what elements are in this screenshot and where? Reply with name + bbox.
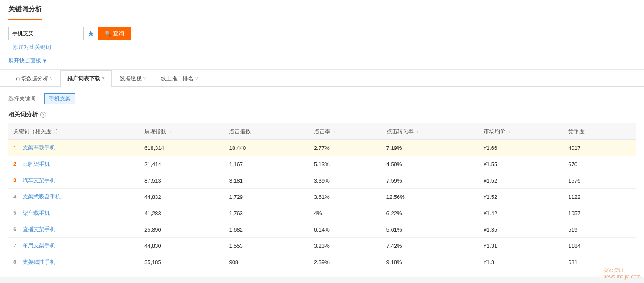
page-header: 关键词分析 — [0, 0, 644, 20]
cell-competition: 1184 — [563, 238, 636, 254]
col-header-price: 市场均价 ↓ — [479, 123, 563, 140]
cell-cvr: 6.22% — [381, 205, 479, 221]
table-header-row: 关键词（相关度↓） 展现指数 ↑ 点击指数 ↑ 点击率 ↑ 点击转化率 ↑ — [8, 123, 636, 140]
tab-promo-help-icon[interactable]: ? — [102, 76, 105, 81]
keyword-tag[interactable]: 手机支架 — [44, 93, 75, 104]
cell-ctr: 3.39% — [309, 172, 381, 189]
cell-cvr: 4.59% — [381, 156, 479, 172]
expand-panel-button[interactable]: 展开快捷面板 ▼ — [8, 57, 47, 64]
rank-number: 4 — [13, 193, 16, 200]
table-row: 5 架车载手机 41,283 1,763 4% 6.22% ¥1.42 1057 — [8, 205, 636, 221]
cell-cvr: 5.61% — [381, 221, 479, 238]
search-input[interactable] — [8, 27, 84, 40]
tab-data-help-icon[interactable]: ? — [143, 76, 146, 81]
cell-ctr: 4% — [309, 205, 381, 221]
col-header-click: 点击指数 ↑ — [224, 123, 309, 140]
keyword-link[interactable]: 支架式吸盘手机 — [23, 193, 61, 200]
chevron-down-icon: ▼ — [42, 58, 47, 64]
search-button-label: 查询 — [113, 30, 124, 37]
tabs-bar: 市场数据分析 ? 推广词表下载 ? 数据透视 ? 线上推广排名 ? — [0, 70, 644, 87]
section-title: 相关词分析 ? — [8, 111, 636, 118]
keyword-selector-label: 选择关键词： — [8, 95, 41, 103]
search-area: ★ 🔍 查询 + 添加对比关键词 展开快捷面板 ▼ — [0, 20, 644, 70]
rank-number: 3 — [13, 177, 16, 183]
keyword-link[interactable]: 支架车载手机 — [23, 144, 55, 151]
col-header-keyword: 关键词（相关度↓） — [8, 123, 139, 140]
table-row: 4 支架式吸盘手机 44,832 1,729 3.61% 12.56% ¥1.5… — [8, 189, 636, 205]
cell-impression: 87,513 — [139, 172, 224, 189]
cell-price: ¥1.3 — [479, 254, 563, 270]
cell-cvr: 7.42% — [381, 238, 479, 254]
cell-cvr: 9.18% — [381, 254, 479, 270]
tab-promo[interactable]: 推广词表下载 ? — [60, 70, 112, 87]
cell-cvr: 12.56% — [381, 189, 479, 205]
favorite-button[interactable]: ★ — [87, 28, 95, 39]
table-row: 7 车用支架手机 44,830 1,553 3.23% 7.42% ¥1.31 … — [8, 238, 636, 254]
search-button[interactable]: 🔍 查询 — [98, 27, 131, 40]
cell-competition: 1057 — [563, 205, 636, 221]
page-wrapper: 关键词分析 ★ 🔍 查询 + 添加对比关键词 展开快捷面板 ▼ 市场数据分析 ? — [0, 0, 644, 283]
cell-click: 1,167 — [224, 156, 309, 172]
cell-cvr: 7.19% — [381, 140, 479, 156]
watermark: 卖家资讯news.maijia.com — [603, 267, 641, 280]
page-title: 关键词分析 — [8, 5, 42, 20]
cell-price: ¥1.35 — [479, 221, 563, 238]
tab-rank[interactable]: 线上推广排名 ? — [154, 70, 205, 87]
cell-price: ¥1.66 — [479, 140, 563, 156]
sort-click-icon[interactable]: ↑ — [254, 129, 256, 134]
col-header-competition: 竞争度 ↑ — [563, 123, 636, 140]
cell-impression: 21,414 — [139, 156, 224, 172]
tab-data[interactable]: 数据透视 ? — [113, 70, 153, 87]
sort-price-icon[interactable]: ↓ — [508, 129, 510, 134]
tab-data-label: 数据透视 — [120, 75, 142, 82]
keyword-link[interactable]: 三脚架手机 — [23, 161, 50, 167]
cell-competition: 670 — [563, 156, 636, 172]
search-icon: 🔍 — [105, 31, 111, 37]
cell-impression: 35,185 — [139, 254, 224, 270]
sort-cvr-icon[interactable]: ↑ — [417, 129, 419, 134]
cell-competition: 1122 — [563, 189, 636, 205]
cell-impression: 44,830 — [139, 238, 224, 254]
cell-price: ¥1.42 — [479, 205, 563, 221]
cell-click: 1,729 — [224, 189, 309, 205]
rank-number: 1 — [13, 144, 16, 151]
cell-ctr: 3.61% — [309, 189, 381, 205]
tab-promo-label: 推广词表下载 — [67, 75, 100, 82]
sort-ctr-icon[interactable]: ↑ — [333, 129, 335, 134]
keyword-link[interactable]: 支架磁性手机 — [23, 259, 55, 265]
keyword-link[interactable]: 车用支架手机 — [23, 242, 55, 249]
expand-panel-label: 展开快捷面板 — [8, 57, 41, 64]
table-row: 2 三脚架手机 21,414 1,167 5.13% 4.59% ¥1.55 6… — [8, 156, 636, 172]
tab-rank-help-icon[interactable]: ? — [195, 76, 198, 81]
cell-click: 1,553 — [224, 238, 309, 254]
rank-number: 5 — [13, 210, 16, 216]
cell-competition: 519 — [563, 221, 636, 238]
sort-competition-icon[interactable]: ↑ — [588, 129, 590, 134]
tab-rank-label: 线上推广排名 — [161, 75, 193, 82]
sort-impression-icon[interactable]: ↑ — [170, 129, 172, 134]
tab-market[interactable]: 市场数据分析 ? — [8, 70, 59, 87]
rank-number: 8 — [13, 259, 16, 265]
keyword-link[interactable]: 直播支架手机 — [23, 226, 55, 232]
table-row: 6 直播支架手机 25,890 1,682 6.14% 5.61% ¥1.35 … — [8, 221, 636, 238]
col-header-ctr: 点击率 ↑ — [309, 123, 381, 140]
cell-click: 18,440 — [224, 140, 309, 156]
col-header-impression: 展现指数 ↑ — [139, 123, 224, 140]
content-area: 选择关键词： 手机支架 相关词分析 ? 关键词（相关度↓） 展现指数 ↑ 点击指… — [0, 87, 644, 277]
section-help-icon[interactable]: ? — [40, 112, 46, 118]
cell-impression: 25,890 — [139, 221, 224, 238]
cell-impression: 41,283 — [139, 205, 224, 221]
cell-cvr: 7.59% — [381, 172, 479, 189]
cell-impression: 44,832 — [139, 189, 224, 205]
keyword-link[interactable]: 汽车支架手机 — [23, 177, 55, 183]
cell-price: ¥1.52 — [479, 172, 563, 189]
rank-number: 6 — [13, 226, 16, 232]
rank-number: 2 — [13, 161, 16, 167]
tab-market-help-icon[interactable]: ? — [50, 76, 52, 81]
cell-price: ¥1.31 — [479, 238, 563, 254]
section-title-text: 相关词分析 — [8, 111, 38, 118]
add-compare-button[interactable]: + 添加对比关键词 — [8, 44, 51, 51]
rank-number: 7 — [13, 242, 16, 249]
cell-ctr: 2.39% — [309, 254, 381, 270]
keyword-link[interactable]: 架车载手机 — [23, 210, 50, 216]
